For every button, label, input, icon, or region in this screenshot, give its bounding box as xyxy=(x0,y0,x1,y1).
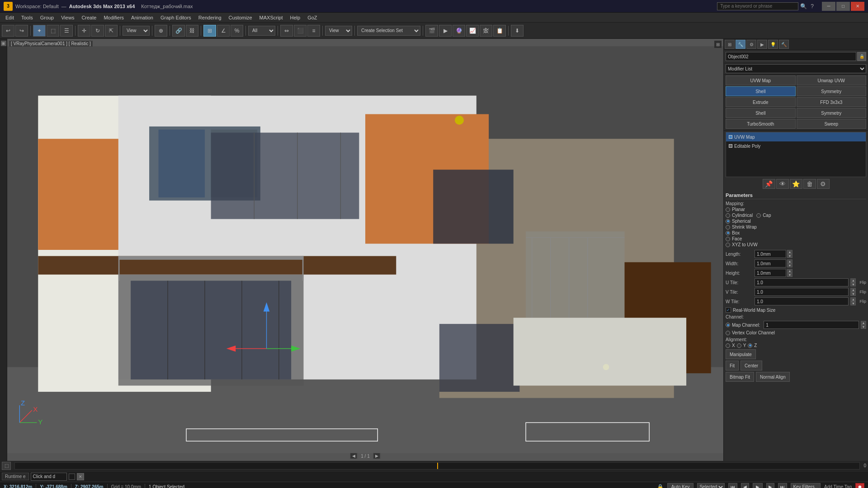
render-mode-dropdown[interactable]: Create Selection Set xyxy=(357,26,420,36)
align-z-dot[interactable] xyxy=(748,343,752,348)
autokey-button[interactable]: Auto Key xyxy=(667,483,694,488)
motion-tab[interactable]: ▶ xyxy=(757,40,767,49)
display-tab[interactable]: ⊞ xyxy=(725,40,735,49)
wtile-down[interactable]: ▼ xyxy=(850,301,856,305)
mapping-shrinkwrap[interactable]: Shrink Wrap xyxy=(726,225,866,230)
channel-down[interactable]: ▼ xyxy=(861,325,866,329)
mapping-spherical[interactable]: Spherical xyxy=(726,219,866,224)
maximize-button[interactable]: □ xyxy=(836,2,850,11)
curve-editor-button[interactable]: 📈 xyxy=(466,25,479,37)
modifier-list-dropdown[interactable]: Modifier List xyxy=(726,64,866,73)
left-panel-icon-1[interactable]: ⊞ xyxy=(1,41,6,46)
next-key-button[interactable]: ⏭ xyxy=(778,483,787,488)
width-up[interactable]: ▲ xyxy=(787,259,793,263)
mod-btn-turbosmooth[interactable]: TurboSmooth xyxy=(726,119,796,129)
width-input[interactable] xyxy=(755,259,786,267)
rotate-button[interactable]: ↻ xyxy=(91,25,104,37)
menu-maxscript[interactable]: MAXScript xyxy=(256,14,287,21)
mod-btn-symmetry-1[interactable]: Symmetry xyxy=(797,86,867,96)
utile-up[interactable]: ▲ xyxy=(850,278,856,282)
utile-input[interactable] xyxy=(755,278,849,286)
mod-btn-extrude[interactable]: Extrude xyxy=(726,97,796,107)
pivot-button[interactable]: ⊕ xyxy=(155,25,167,37)
mapping-cylindrical[interactable]: Cylindrical xyxy=(726,213,753,218)
runtime-input[interactable] xyxy=(31,473,67,481)
render-button[interactable]: ▶ xyxy=(439,25,452,37)
keying-sets-dropdown[interactable]: Selected xyxy=(697,483,725,488)
mod-btn-sweep[interactable]: Sweep xyxy=(797,119,867,129)
utilities-tab[interactable]: 🔨 xyxy=(779,40,789,49)
mod-btn-symmetry-2[interactable]: Symmetry xyxy=(797,108,867,118)
asset-tracking-button[interactable]: 📋 xyxy=(493,25,506,37)
mapping-box[interactable]: Box xyxy=(726,230,866,235)
vertex-color-dot[interactable] xyxy=(726,331,730,335)
menu-tools[interactable]: Tools xyxy=(18,14,37,21)
redo-button[interactable]: ↪ xyxy=(15,25,28,37)
display-tab-2[interactable]: 💡 xyxy=(768,40,778,49)
bitmap-fit-button[interactable]: Bitmap Fit xyxy=(726,372,754,382)
material-editor-button[interactable]: 🔮 xyxy=(453,25,465,37)
modify-tab[interactable]: 🔧 xyxy=(736,40,745,49)
close-button[interactable]: ✕ xyxy=(851,2,864,11)
length-down[interactable]: ▼ xyxy=(787,254,793,258)
menu-goz[interactable]: GoZ xyxy=(304,14,321,21)
pin-stack-button[interactable]: 📌 xyxy=(763,179,775,189)
menu-edit[interactable]: Edit xyxy=(2,14,18,21)
show-result-button[interactable]: 👁 xyxy=(776,179,789,189)
angle-snap-button[interactable]: ∠ xyxy=(217,25,230,37)
runtime-checkbox[interactable] xyxy=(69,474,75,480)
align-button[interactable]: ⬛ xyxy=(294,25,307,37)
wtile-up[interactable]: ▲ xyxy=(850,297,856,301)
menu-rendering[interactable]: Rendering xyxy=(195,14,225,21)
mapping-cap[interactable]: Cap xyxy=(756,213,771,218)
utile-down[interactable]: ▼ xyxy=(850,282,856,286)
record-button[interactable]: ⏺ xyxy=(855,483,864,488)
vertex-color-radio[interactable]: Vertex Color Channel xyxy=(726,330,866,335)
u-flip-label[interactable]: Flip xyxy=(859,280,866,285)
vtile-up[interactable]: ▲ xyxy=(850,288,856,292)
unlink-button[interactable]: ⛓ xyxy=(186,25,198,37)
mapping-face[interactable]: Face xyxy=(726,236,866,241)
map-channel-dot[interactable] xyxy=(726,323,730,327)
help-icon[interactable]: ? xyxy=(811,3,814,9)
select-by-name-button[interactable]: ☰ xyxy=(60,25,73,37)
mirror-button[interactable]: ⇔ xyxy=(280,25,293,37)
normal-align-button[interactable]: Normal Align xyxy=(756,372,790,382)
align-x-radio[interactable]: X xyxy=(726,343,735,348)
runtime-close-button[interactable]: ✕ xyxy=(77,473,84,480)
select-region-button[interactable]: ⬚ xyxy=(47,25,59,37)
search-input[interactable] xyxy=(717,2,798,10)
search-icon[interactable]: 🔍 xyxy=(800,3,807,9)
select-button[interactable]: ✦ xyxy=(33,25,46,37)
selection-filter-dropdown[interactable]: All xyxy=(248,26,275,36)
reference-coord-dropdown[interactable]: View World Local xyxy=(123,26,150,36)
center-button[interactable]: Center xyxy=(741,361,762,371)
length-input[interactable] xyxy=(755,250,786,258)
minimize-button[interactable]: ─ xyxy=(822,2,835,11)
menu-views[interactable]: Views xyxy=(57,14,78,21)
mod-btn-ffd[interactable]: FFD 3x3x3 xyxy=(797,97,867,107)
timeline-track[interactable] xyxy=(14,462,860,469)
map-channel-radio[interactable]: Map Channel: xyxy=(726,323,760,328)
vtile-down[interactable]: ▼ xyxy=(850,292,856,296)
mod-btn-uvwmap[interactable]: UVW Map xyxy=(726,75,796,85)
menu-graph-editors[interactable]: Graph Editors xyxy=(157,14,195,21)
make-unique-button[interactable]: ⭐ xyxy=(790,179,802,189)
stack-item-editpoly[interactable]: Editable Poly xyxy=(726,141,866,150)
viewport[interactable]: [ VRayPhysicalCamera001 ] [ Realistic ] xyxy=(7,39,723,461)
menu-help[interactable]: Help xyxy=(287,14,304,21)
stack-item-uvwmap[interactable]: UVW Map xyxy=(726,132,866,141)
render-setup-button[interactable]: 🎬 xyxy=(425,25,438,37)
prev-page-button[interactable]: ◀ xyxy=(350,453,357,459)
undo-button[interactable]: ↩ xyxy=(2,25,14,37)
w-flip-label[interactable]: Flip xyxy=(859,299,866,304)
mapping-cylindrical-radio[interactable] xyxy=(726,213,730,218)
mapping-face-radio[interactable] xyxy=(726,237,730,241)
mod-btn-shell-2[interactable]: Shell xyxy=(726,108,796,118)
map-channel-input[interactable] xyxy=(764,321,859,329)
next-page-button[interactable]: ▶ xyxy=(373,453,381,459)
link-button[interactable]: 🔗 xyxy=(172,25,185,37)
align-x-dot[interactable] xyxy=(726,343,730,348)
mapping-box-radio[interactable] xyxy=(726,231,730,235)
manipulate-button[interactable]: Manipulate xyxy=(726,349,756,359)
